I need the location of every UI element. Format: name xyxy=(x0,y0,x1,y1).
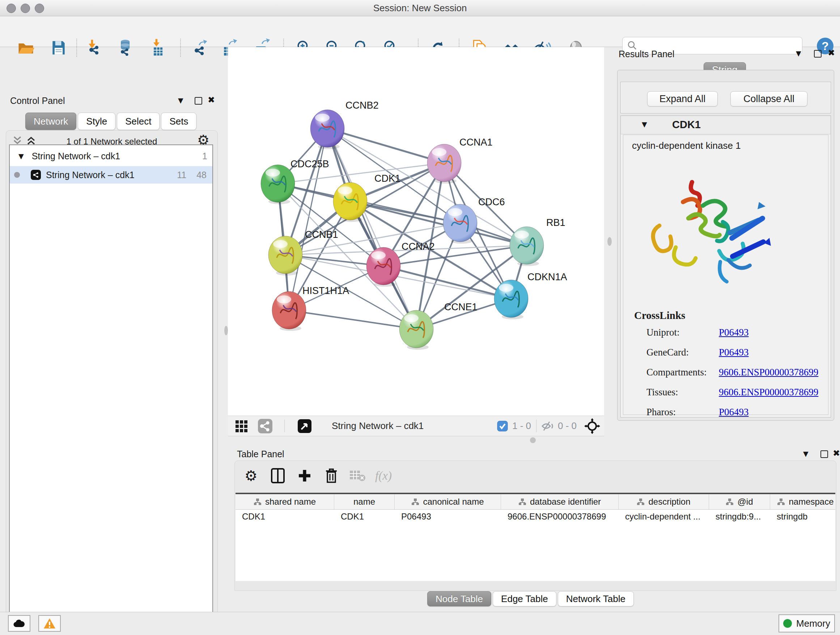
crosslink-row: GeneCard:P06493 xyxy=(623,347,828,358)
left-splitter-handle[interactable] xyxy=(224,326,228,335)
network-node-CDC6[interactable] xyxy=(443,204,477,244)
tab-sets[interactable]: Sets xyxy=(161,112,196,130)
network-canvas[interactable]: CCNB2CCNA1CDC25BCDK1CDC6RB1CCNB1CCNA2CDK… xyxy=(228,47,604,416)
node-label-CCNA2: CCNA2 xyxy=(401,241,435,252)
column-header-@id[interactable]: @id xyxy=(709,494,770,509)
network-node-CDC25B[interactable] xyxy=(261,165,295,204)
network-node-CCNB2[interactable] xyxy=(310,110,344,149)
cloud-status-button[interactable] xyxy=(8,615,30,632)
column-header-shared-name[interactable]: shared name xyxy=(235,494,334,509)
delete-table-button[interactable] xyxy=(347,466,367,486)
apply-function-button[interactable]: f(x) xyxy=(374,466,393,486)
protein-header[interactable]: ▼ CDK1 xyxy=(621,116,831,134)
collection-label: String Network – cdk1 xyxy=(32,151,120,162)
column-label: database identifier xyxy=(530,497,601,507)
node-label-CCNB2: CCNB2 xyxy=(346,100,379,111)
network-share-view-button[interactable] xyxy=(257,416,273,436)
tab-node-table[interactable]: Node Table xyxy=(427,591,491,606)
table-cell[interactable]: stringdb xyxy=(770,509,835,524)
control-panel-collapse-icon[interactable]: ▼ xyxy=(178,96,183,104)
network-edge-CCNB2-HIST1H1A[interactable] xyxy=(289,128,327,310)
network-node-CCNE1[interactable] xyxy=(399,310,433,350)
table-options-gear-icon[interactable]: ⚙ xyxy=(241,466,261,486)
shared-column-icon xyxy=(777,498,785,505)
crosslink-link[interactable]: 9606.ENSP00000378699 xyxy=(719,386,818,398)
grid-icon xyxy=(235,420,248,432)
tab-edge-table[interactable]: Edge Table xyxy=(493,591,556,606)
column-header-canonical-name[interactable]: canonical name xyxy=(395,494,501,509)
network-node-RB1[interactable] xyxy=(510,226,544,266)
results-panel-float-icon[interactable] xyxy=(814,50,821,57)
network-node-CDKN1A[interactable] xyxy=(494,280,528,319)
delete-column-button[interactable] xyxy=(322,466,341,486)
network-edge-CCNE1-HIST1H1A[interactable] xyxy=(289,310,416,329)
window-title: Session: New Session xyxy=(0,3,840,14)
results-panel-close-icon[interactable]: ✖ xyxy=(828,48,835,58)
crosslinks-heading: CrossLinks xyxy=(634,310,685,321)
table-cell[interactable]: 9606.ENSP00000378699 xyxy=(501,509,619,524)
table-panel-close-icon[interactable]: ✖ xyxy=(833,448,840,458)
protein-collapse-icon[interactable]: ▼ xyxy=(642,120,647,128)
shared-column-icon xyxy=(637,498,645,505)
column-label: @id xyxy=(737,497,753,507)
table-panel-float-icon[interactable] xyxy=(821,450,828,458)
table-panel-title: Table Panel xyxy=(237,449,284,459)
column-header-description[interactable]: description xyxy=(619,494,709,509)
node-label-CCNE1: CCNE1 xyxy=(444,302,477,312)
column-header-namespace[interactable]: namespace xyxy=(770,494,835,509)
crosslink-label: Pharos: xyxy=(623,407,719,418)
table-cell[interactable]: cyclin-dependent ... xyxy=(619,509,709,524)
control-panel-float-icon[interactable] xyxy=(195,97,202,105)
results-panel-collapse-icon[interactable]: ▼ xyxy=(796,49,801,57)
hidden-elements-icon[interactable] xyxy=(541,416,555,436)
collapse-all-button[interactable]: Collapse All xyxy=(730,91,807,106)
memory-status-dot xyxy=(783,619,792,628)
grid-view-button[interactable] xyxy=(235,416,248,436)
crosslink-link[interactable]: P06493 xyxy=(719,327,749,338)
column-header-database-identifier[interactable]: database identifier xyxy=(501,494,619,509)
network-node-count: 11 xyxy=(177,170,186,180)
network-node-CCNA1[interactable] xyxy=(427,144,461,184)
tab-style[interactable]: Style xyxy=(78,112,115,130)
tab-network-table[interactable]: Network Table xyxy=(558,591,634,606)
column-label: namespace xyxy=(789,497,834,507)
network-row-selected[interactable]: String Network – cdk1 11 48 xyxy=(10,166,212,184)
tab-network[interactable]: Network xyxy=(25,112,76,130)
crosslink-link[interactable]: 9606.ENSP00000378699 xyxy=(719,367,818,378)
right-splitter-handle[interactable] xyxy=(607,237,612,246)
collection-expand-icon[interactable]: ▼ xyxy=(19,152,24,160)
network-collection-row[interactable]: ▼ String Network – cdk1 1 xyxy=(10,147,212,165)
open-view-in-window-button[interactable] xyxy=(297,416,312,436)
memory-button[interactable]: Memory xyxy=(778,614,835,632)
network-edge-CCNB2-CCNA1[interactable] xyxy=(327,128,444,163)
table-cell[interactable]: CDK1 xyxy=(334,509,395,524)
table-cell[interactable]: CDK1 xyxy=(235,509,334,524)
control-panel-close-icon[interactable]: ✖ xyxy=(208,95,215,105)
table-panel-collapse-icon[interactable]: ▼ xyxy=(803,450,808,458)
horizontal-splitter-handle[interactable] xyxy=(530,437,536,443)
network-row-label: String Network – cdk1 xyxy=(46,170,134,180)
crosslink-link[interactable]: P06493 xyxy=(719,407,749,418)
network-edge-CCNB2-CCNE1[interactable] xyxy=(327,128,416,329)
table-row[interactable]: CDK1CDK1P064939606.ENSP00000378699cyclin… xyxy=(235,509,835,524)
node-table: shared namenamecanonical namedatabase id… xyxy=(235,493,835,581)
application-window: Session: New Session xyxy=(0,0,840,635)
shared-column-icon xyxy=(411,498,419,505)
view-indicator-dot xyxy=(14,172,20,178)
crosslink-link[interactable]: P06493 xyxy=(719,347,749,358)
show-columns-button[interactable] xyxy=(268,466,287,486)
selected-checkbox[interactable] xyxy=(497,416,508,436)
network-node-CDK1[interactable] xyxy=(333,182,367,222)
table-cell[interactable]: P06493 xyxy=(395,509,501,524)
create-column-button[interactable] xyxy=(295,466,314,486)
plus-icon xyxy=(297,469,312,483)
warnings-button[interactable] xyxy=(38,615,61,632)
network-node-HIST1H1A[interactable] xyxy=(272,291,306,331)
tab-select[interactable]: Select xyxy=(117,112,159,130)
expand-all-button[interactable]: Expand All xyxy=(647,91,718,106)
toolbar-divider xyxy=(284,420,285,432)
table-cell[interactable]: stringdb:9... xyxy=(709,509,770,524)
column-header-name[interactable]: name xyxy=(334,494,395,509)
fit-content-button[interactable] xyxy=(584,416,600,436)
eye-slash-small-icon xyxy=(541,420,555,432)
